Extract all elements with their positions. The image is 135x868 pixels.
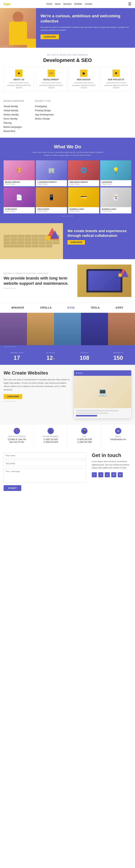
mockup-body: 💻 [74, 376, 131, 408]
list-item[interactable]: Prototyping [35, 104, 54, 108]
maintenance-img-credit: Image from Envato [4, 287, 74, 289]
nav-contact[interactable]: Contact [85, 3, 92, 5]
contact-form-section: SUBMIT Get in touch Lorem ipsum dolor si… [0, 447, 135, 496]
portfolio-title-6: APPLICATIONS [37, 208, 66, 210]
dev-cards: ★ ABOUT US Lorem ipsum dolor sit amet co… [4, 67, 131, 92]
hero-title: We're a curious, ambitious and welcoming… [40, 13, 131, 24]
stat-awards-value: 17 [3, 354, 31, 361]
about-icon: ★ [15, 70, 23, 77]
portfolio-item-6[interactable]: 📱 APPLICATIONS Graphic Design [36, 187, 67, 213]
social-linkedin[interactable]: in [118, 472, 123, 477]
mockup-dot-3 [80, 372, 82, 374]
websites-image: 💻 [74, 370, 131, 418]
list-item[interactable]: Printing Design [35, 108, 54, 113]
portfolio-item-5[interactable]: 📄 FLYER DESIGN Graphic Design [4, 187, 35, 213]
name-input[interactable] [4, 453, 87, 459]
websites-learn-btn[interactable]: LEARN MORE [4, 394, 22, 399]
header: logo Home About Services Portfolio Conta… [0, 0, 135, 8]
websites-img-credit: Image from Envato [4, 400, 70, 402]
portfolio-item-4[interactable]: 💡 LIGHTBOXES Graphic Design [100, 160, 131, 186]
list-item[interactable]: Visual identity [4, 104, 24, 108]
portfolio-item-3[interactable]: 🌐 WEB DESIGN WEBSITE Graphic Design [68, 160, 99, 186]
portfolio-item-7[interactable]: 💳 BUSINESS CARDS Graphic Design [68, 187, 99, 213]
list-item[interactable]: Brand films [4, 129, 24, 133]
nav-menu: Home About Services Portfolio Contact [46, 3, 92, 5]
nav-home[interactable]: Home [46, 3, 52, 5]
card-about-label: ABOUT US [6, 79, 32, 81]
brands-content: We create brands and experiences through… [63, 223, 135, 259]
hamburger-icon[interactable]: ☰ [128, 2, 131, 6]
portfolio-item-1[interactable]: 🎨 BRAND CAMPAIGN Graphic Design [4, 160, 35, 186]
websites-content: We Create Websites Duis aute irure dolor… [4, 370, 74, 402]
what-img-credit: Image from Envato [4, 215, 131, 217]
nav-portfolio[interactable]: Portfolio [74, 3, 82, 5]
social-twitter[interactable]: t [98, 472, 103, 477]
dev-card-web[interactable]: ◉ WEB DESIGN Lorem ipsum dolor sit amet … [68, 67, 99, 92]
list-item[interactable]: Motion Design [35, 117, 54, 121]
portfolio-sub-8: Graphic Design [102, 210, 130, 212]
card-projects-desc: Lorem ipsum dolor sit amet consectetur a… [103, 82, 129, 89]
list-item[interactable]: Brand campaigns [4, 125, 24, 129]
submit-button[interactable]: SUBMIT [4, 485, 21, 491]
maintenance-image [77, 265, 131, 297]
stat-years: 10 YEARS 12+ [34, 348, 68, 365]
brands-title: We create brands and experiences through… [67, 228, 131, 238]
portfolio-label-1: BRAND CAMPAIGN Graphic Design [4, 180, 35, 186]
list-item[interactable]: Sonic identity [4, 117, 24, 121]
email-icon: ✉ [115, 428, 121, 434]
email-input[interactable] [4, 460, 87, 466]
what-section: What We Do Lorem ipsum dolor sit amet, c… [0, 138, 135, 223]
dev-card-dev[interactable]: </> DEVELOPMENT Lorem ipsum dolor sit am… [36, 67, 67, 92]
message-input[interactable] [4, 468, 87, 483]
list-item[interactable]: Motion identity [4, 113, 24, 117]
maintenance-subtitle: DEVOPS & WEBSITE SUPPORT SERVICES [4, 273, 74, 274]
dev-section: WE BUILD WEBSITES AND BRANDS Development… [0, 48, 135, 96]
dev-card-projects[interactable]: ❖ OUR PROJECTS Lorem ipsum dolor sit ame… [101, 67, 131, 92]
mockup-icon: 💻 [98, 388, 107, 396]
portfolio-item-2[interactable]: 🏢 A CORPORATE IDENTITY Graphic Design [36, 160, 67, 186]
client-tesla: TESLA [91, 306, 100, 309]
stat-clients: CLIENTS 108 [68, 348, 102, 365]
projects-icon: ❖ [112, 70, 120, 77]
list-item[interactable]: App Development [35, 113, 54, 117]
person-col-1 [0, 313, 27, 345]
portfolio-sub-6: Graphic Design [37, 210, 66, 212]
portfolio-title-8: BUSINESS CARDS [102, 208, 130, 210]
mockup-header [74, 370, 131, 376]
contact-office: 📍 OUR MAIN OFFICE 123 Main St, Suite 100… [0, 424, 34, 447]
brands-image [0, 223, 63, 259]
social-facebook[interactable]: f [92, 472, 97, 477]
nav-about[interactable]: About [55, 3, 61, 5]
stats-section: Image from Envato AWARDS WON 17 10 YEARS… [0, 313, 135, 365]
card-dev-label: DEVELOPMENT [38, 79, 65, 81]
svg-rect-5 [118, 273, 122, 277]
hero-cta-button[interactable]: LEARN MORE [40, 34, 59, 39]
portfolio-title-1: BRAND CAMPAIGN [5, 181, 33, 183]
social-google[interactable]: G [111, 472, 116, 477]
person-col-4 [81, 313, 108, 345]
contact-fax-label: FAX [70, 436, 99, 437]
social-youtube[interactable]: y [105, 472, 110, 477]
portfolio-label-4: LIGHTBOXES Graphic Design [100, 180, 131, 186]
contact-phone-value: +1 (800) 123-4567+1 (800) 234-5678 [37, 438, 65, 443]
website-mockup: 💻 [74, 370, 131, 418]
stat-clients-label: CLIENTS [70, 352, 99, 354]
clients-logos: BINANCE CROLLA EV3A TESLA SONY [4, 306, 131, 309]
portfolio-sub-3: Graphic Design [69, 183, 98, 185]
card-dev-desc: Lorem ipsum dolor sit amet consectetur a… [38, 82, 65, 89]
dev-title: Development & SEO [4, 57, 131, 63]
list-item[interactable]: Naming [4, 121, 24, 125]
contact-info-bar: 📍 OUR MAIN OFFICE 123 Main St, Suite 100… [0, 424, 135, 447]
contact-form: SUBMIT [4, 453, 87, 491]
contact-email-value: hello@website.com [104, 438, 132, 441]
portfolio-label-3: WEB DESIGN WEBSITE Graphic Design [68, 180, 99, 186]
hero-description: Duis aute irure dolor in reprehenderit i… [40, 26, 131, 32]
client-binance: BINANCE [11, 306, 24, 309]
portfolio-item-8[interactable]: 🃏 BUSINESS CARDS Graphic Design [100, 187, 131, 213]
maintenance-section: DEVOPS & WEBSITE SUPPORT SERVICES We pro… [0, 259, 135, 302]
dev-card-about[interactable]: ★ ABOUT US Lorem ipsum dolor sit amet co… [4, 67, 34, 92]
list-item[interactable]: Verbal identity [4, 108, 24, 113]
nav-services[interactable]: Services [63, 3, 71, 5]
hero-content: We're a curious, ambitious and welcoming… [36, 8, 135, 48]
brands-learn-btn[interactable]: LEARN MORE [67, 240, 85, 245]
